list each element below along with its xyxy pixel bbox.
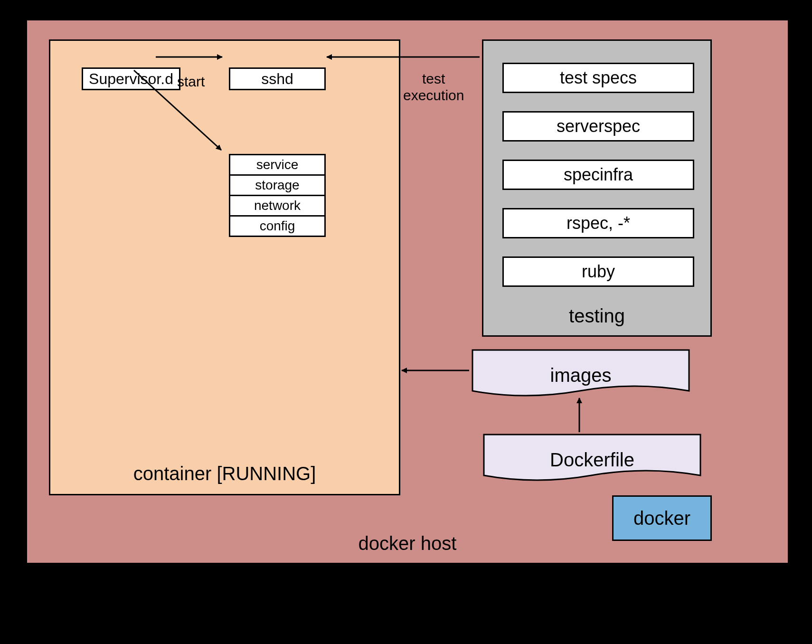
test-item-specs: test specs — [502, 63, 694, 93]
edge-label-test-execution: test execution — [403, 71, 464, 104]
sshd-box: sshd — [229, 67, 326, 90]
test-item-serverspec: serverspec — [502, 111, 694, 142]
test-item-ruby: ruby — [502, 256, 694, 287]
stack-row-network: network — [230, 196, 324, 217]
sshd-label: sshd — [261, 70, 293, 88]
docker-label: docker — [633, 508, 690, 529]
testing-box: testing test specs serverspec specinfra … — [482, 39, 712, 337]
dockerfile-doc: Dockerfile — [483, 434, 701, 486]
stack-row-storage: storage — [230, 176, 324, 196]
dockerfile-label: Dockerfile — [483, 434, 701, 486]
supervisor-box: Supervisor.d — [82, 67, 180, 90]
diagram-stage: docker host container [RUNNING] Supervis… — [0, 0, 812, 644]
container-box: container [RUNNING] Supervisor.d sshd se… — [49, 39, 400, 495]
test-item-specinfra: specinfra — [502, 160, 694, 190]
stack-row-service: service — [230, 155, 324, 176]
testing-label: testing — [483, 305, 710, 327]
container-label: container [RUNNING] — [50, 463, 399, 484]
images-doc: images — [472, 349, 690, 401]
container-stack: service storage network config — [229, 154, 326, 237]
images-label: images — [472, 349, 690, 401]
docker-box: docker — [612, 495, 712, 541]
edge-label-start: start — [177, 74, 205, 90]
test-item-rspec: rspec, -* — [502, 208, 694, 238]
docker-host-box: docker host container [RUNNING] Supervis… — [26, 19, 789, 564]
stack-row-config: config — [230, 217, 324, 236]
supervisor-label: Supervisor.d — [89, 70, 173, 88]
